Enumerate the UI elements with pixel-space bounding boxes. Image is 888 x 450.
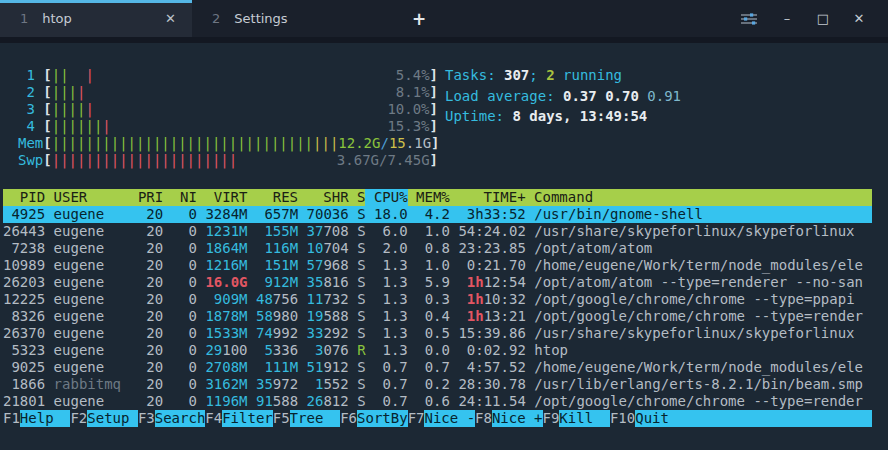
process-row[interactable]: 7238 eugene 20 0 1864M 116M 10704 S 2.0 … bbox=[3, 240, 872, 257]
process-row[interactable]: 4925 eugene 20 0 3284M 657M 70036 S 18.0… bbox=[3, 206, 872, 223]
f3-search-button[interactable]: Search bbox=[155, 410, 206, 427]
f9-key-label: F9 bbox=[543, 410, 560, 427]
memory-meter: Mem[||||||||||||||||||||||||||||||||||12… bbox=[18, 135, 438, 152]
tab-htop[interactable]: 1 htop ✕ bbox=[0, 0, 192, 37]
f10-key-label: F10 bbox=[610, 410, 635, 427]
function-key-bar: F1Help F2Setup F3SearchF4FilterF5Tree F6… bbox=[3, 410, 872, 427]
tab-number: 1 bbox=[20, 11, 28, 26]
f1-key-label: F1 bbox=[3, 410, 20, 427]
column-header-user[interactable]: USER bbox=[45, 189, 129, 206]
cpu-memory-meters: 1 [|| |5.4%] 2 [||||8.1%] 3 [|||||10.0%]… bbox=[18, 67, 438, 169]
f3-key-label: F3 bbox=[138, 410, 155, 427]
fnbar-fill bbox=[669, 410, 872, 427]
f8-nice-+-button[interactable]: Nice + bbox=[492, 410, 543, 427]
tab-title: Settings bbox=[234, 11, 372, 26]
close-tab-icon[interactable]: ✕ bbox=[161, 9, 180, 28]
process-row[interactable]: 12225 eugene 20 0 909M 48756 11732 S 1.3… bbox=[3, 291, 872, 308]
f2-key-label: F2 bbox=[70, 410, 87, 427]
tasks-load-uptime-summary: Tasks: 307; 2 runningLoad average: 0.37 … bbox=[445, 67, 681, 129]
column-header-shr[interactable]: SHR bbox=[298, 189, 349, 206]
column-header-res[interactable]: RES bbox=[247, 189, 298, 206]
f9-kill-button[interactable]: Kill bbox=[559, 410, 610, 427]
column-header-command[interactable]: Command bbox=[526, 189, 593, 206]
load-average-line: Load average: 0.37 0.70 0.91 bbox=[445, 88, 681, 109]
cpu-meter-4: 4 [|||||||15.3%] bbox=[18, 118, 438, 135]
process-row[interactable]: 1866 rabbitmq 20 0 3162M 35972 1552 S 0.… bbox=[3, 376, 872, 393]
process-row[interactable]: 26203 eugene 20 0 16.0G 912M 35816 S 1.3… bbox=[3, 274, 872, 291]
window-controls: – □ ✕ bbox=[740, 0, 888, 37]
process-row[interactable]: 8326 eugene 20 0 1878M 58980 19588 S 1.3… bbox=[3, 308, 872, 325]
swap-meter: Swp[||||||||||||||||||||||3.67G/7.45G] bbox=[18, 152, 438, 169]
column-header-cpu[interactable]: CPU% bbox=[365, 189, 407, 206]
maximize-button[interactable]: □ bbox=[812, 11, 834, 26]
process-table: PID USER PRI NI VIRT RES SHR S CPU% MEM%… bbox=[3, 189, 872, 427]
f5-key-label: F5 bbox=[273, 410, 290, 427]
tab-number: 2 bbox=[212, 11, 220, 26]
cpu-meter-1: 1 [|| |5.4%] bbox=[18, 67, 438, 84]
cpu-meter-2: 2 [||||8.1%] bbox=[18, 84, 438, 101]
f5-tree-button[interactable]: Tree bbox=[290, 410, 341, 427]
tab-title: htop bbox=[42, 11, 161, 26]
process-row[interactable]: 10989 eugene 20 0 1216M 151M 57968 S 1.3… bbox=[3, 257, 872, 274]
process-row[interactable]: 9025 eugene 20 0 2708M 111M 51912 S 0.7 … bbox=[3, 359, 872, 376]
uptime-line: Uptime: 8 days, 13:49:54 bbox=[445, 108, 681, 129]
minimize-button[interactable]: – bbox=[776, 11, 798, 26]
table-header: PID USER PRI NI VIRT RES SHR S CPU% MEM%… bbox=[3, 189, 872, 206]
column-header-s[interactable]: S bbox=[349, 189, 366, 206]
column-header-time[interactable]: TIME+ bbox=[450, 189, 526, 206]
process-row[interactable]: 5323 eugene 20 0 29100 5336 3076 R 1.3 0… bbox=[3, 342, 872, 359]
column-header-pri[interactable]: PRI bbox=[129, 189, 163, 206]
f1-help-button[interactable]: Help bbox=[20, 410, 71, 427]
process-row[interactable]: 26443 eugene 20 0 1231M 155M 37708 S 6.0… bbox=[3, 223, 872, 240]
f7-nice---button[interactable]: Nice - bbox=[424, 410, 475, 427]
new-tab-button[interactable]: + bbox=[398, 0, 440, 37]
htop-terminal: 1 [|| |5.4%] 2 [||||8.1%] 3 [|||||10.0%]… bbox=[0, 43, 888, 450]
f4-filter-button[interactable]: Filter bbox=[222, 410, 273, 427]
column-header-ni[interactable]: NI bbox=[163, 189, 197, 206]
column-header-mem[interactable]: MEM% bbox=[408, 189, 450, 206]
column-header-pid[interactable]: PID bbox=[3, 189, 45, 206]
f2-setup-button[interactable]: Setup bbox=[87, 410, 138, 427]
tasks-line: Tasks: 307; 2 running bbox=[445, 67, 681, 88]
tab-settings[interactable]: 2 Settings bbox=[192, 0, 384, 37]
process-row[interactable]: 21801 eugene 20 0 1196M 91588 26812 S 0.… bbox=[3, 393, 872, 410]
f6-key-label: F6 bbox=[340, 410, 357, 427]
terminal-window: 1 htop ✕ 2 Settings + – □ bbox=[0, 0, 888, 450]
f7-key-label: F7 bbox=[408, 410, 425, 427]
column-header-virt[interactable]: VIRT bbox=[197, 189, 248, 206]
f10-quit-button[interactable]: Quit bbox=[635, 410, 669, 427]
cpu-meter-3: 3 [|||||10.0%] bbox=[18, 101, 438, 118]
preferences-icon[interactable] bbox=[740, 11, 762, 27]
process-row[interactable]: 26370 eugene 20 0 1533M 74992 33292 S 1.… bbox=[3, 325, 872, 342]
f4-key-label: F4 bbox=[205, 410, 222, 427]
close-window-button[interactable]: ✕ bbox=[848, 11, 870, 26]
tab-bar: 1 htop ✕ 2 Settings + – □ bbox=[0, 0, 888, 37]
f8-key-label: F8 bbox=[475, 410, 492, 427]
plus-icon: + bbox=[412, 9, 426, 29]
f6-sortby-button[interactable]: SortBy bbox=[357, 410, 408, 427]
